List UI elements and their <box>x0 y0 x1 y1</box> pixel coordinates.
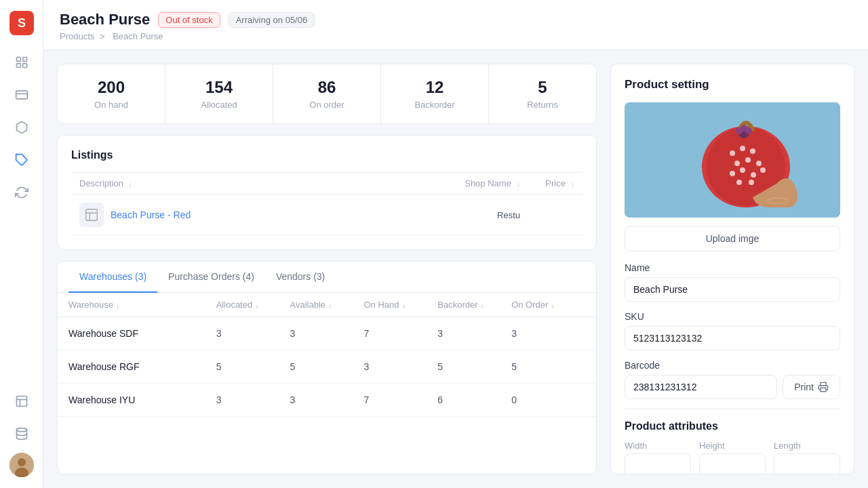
sidebar-icon-sync[interactable] <box>8 179 35 206</box>
svg-point-23 <box>734 161 740 166</box>
sku-field-input[interactable] <box>625 326 840 350</box>
warehouse-table: Warehouse ↓ Allocated ↓ Available ↓ On <box>58 293 596 474</box>
stat-on-order-value: 86 <box>284 78 370 97</box>
shop-sort-icon[interactable]: ↓ <box>517 180 521 188</box>
attr-width-label: Width <box>625 441 691 451</box>
sidebar-icon-finance[interactable] <box>8 81 35 108</box>
wh-onorder-sort-icon[interactable]: ↓ <box>551 301 555 309</box>
content-area: 200 On hand 154 Allocated 86 On order 12… <box>43 50 868 488</box>
wh-col-warehouse[interactable]: Warehouse ↓ <box>68 300 216 310</box>
svg-point-20 <box>730 150 735 156</box>
stat-on-hand-label: On hand <box>68 100 154 110</box>
wh-rgf-allocated: 5 <box>216 361 290 372</box>
svg-rect-5 <box>22 64 26 68</box>
listing-row: Beach Purse - Red Restu <box>71 195 583 236</box>
attr-width-input[interactable] <box>625 453 691 474</box>
listing-name[interactable]: Beach Purse - Red <box>111 209 418 220</box>
tab-purchase-orders[interactable]: Purchase Orders (4) <box>157 262 265 293</box>
price-sort-icon[interactable]: ↓ <box>571 180 575 188</box>
stat-on-order: 86 On order <box>273 64 381 123</box>
sku-field-label: SKU <box>625 311 840 322</box>
wh-backorder-sort-icon[interactable]: ↓ <box>481 301 485 309</box>
wh-name-rgf: Warehouse RGF <box>68 361 216 372</box>
wh-sdf-backorder: 3 <box>437 328 511 339</box>
out-of-stock-badge: Out of stock <box>158 12 220 28</box>
page-title: Beach Purse <box>60 11 150 28</box>
attr-width: Width <box>625 441 691 474</box>
svg-point-26 <box>730 171 735 176</box>
attr-height-input[interactable] <box>699 453 766 474</box>
stat-on-hand-value: 200 <box>68 78 154 97</box>
sidebar-icon-database[interactable] <box>8 420 35 447</box>
wh-allocated-sort-icon[interactable]: ↓ <box>255 301 259 309</box>
barcode-row: Print <box>625 375 840 399</box>
breadcrumb-parent[interactable]: Products <box>60 31 94 41</box>
wh-iyu-on-hand: 7 <box>363 394 437 405</box>
wh-iyu-allocated: 3 <box>216 394 290 405</box>
stat-returns-label: Returns <box>500 100 585 110</box>
attr-length-input[interactable] <box>774 453 840 474</box>
svg-rect-16 <box>86 209 98 221</box>
wh-col-allocated[interactable]: Allocated ↓ <box>216 300 290 310</box>
wh-onhand-sort-icon[interactable]: ↓ <box>401 301 406 309</box>
svg-point-14 <box>18 458 26 466</box>
sidebar: S <box>0 0 43 488</box>
wh-sdf-allocated: 3 <box>216 328 290 339</box>
upload-image-button[interactable]: Upload imge <box>625 226 840 251</box>
product-attributes-title: Product attributes <box>625 420 840 432</box>
svg-point-12 <box>16 428 26 432</box>
name-field-input[interactable] <box>625 277 840 302</box>
tab-vendors[interactable]: Vendors (3) <box>265 262 336 293</box>
tab-warehouses[interactable]: Warehouses (3) <box>68 262 157 293</box>
barcode-field-input[interactable] <box>625 375 777 399</box>
wh-col-backorder[interactable]: Backorder ↓ <box>437 300 511 310</box>
left-panel: 200 On hand 154 Allocated 86 On order 12… <box>57 64 597 474</box>
divider <box>625 409 840 409</box>
wh-col-on-order[interactable]: On Order ↓ <box>511 300 585 310</box>
svg-point-24 <box>745 157 751 163</box>
user-avatar[interactable] <box>9 453 34 477</box>
attr-length: Length <box>774 441 840 474</box>
wh-iyu-backorder: 6 <box>437 394 511 405</box>
wh-rgf-on-order: 5 <box>511 361 585 372</box>
svg-point-25 <box>756 161 762 166</box>
svg-point-27 <box>740 167 745 173</box>
wh-available-sort-icon[interactable]: ↓ <box>328 301 332 309</box>
svg-point-21 <box>740 146 745 151</box>
sidebar-icon-tags[interactable] <box>8 146 35 174</box>
stat-allocated-value: 154 <box>176 78 262 97</box>
attr-height: Height <box>699 441 766 474</box>
wh-sdf-on-hand: 7 <box>363 328 437 339</box>
app-logo[interactable]: S <box>9 11 34 35</box>
listings-table-header: Description ↓ Shop Name ↓ Price ↓ <box>71 172 583 195</box>
sidebar-icon-products[interactable] <box>8 114 35 141</box>
print-button[interactable]: Print <box>783 375 840 399</box>
warehouse-row-rgf: Warehouse RGF 5 5 3 5 5 <box>58 350 596 384</box>
svg-rect-3 <box>22 58 26 62</box>
wh-col-on-hand[interactable]: On Hand ↓ <box>363 300 437 310</box>
stat-allocated: 154 Allocated <box>165 64 273 123</box>
wh-iyu-available: 3 <box>290 394 364 405</box>
wh-col-available[interactable]: Available ↓ <box>290 300 364 310</box>
svg-point-35 <box>736 127 743 134</box>
wh-sdf-on-order: 3 <box>511 328 585 339</box>
description-sort-icon[interactable]: ↓ <box>129 180 133 188</box>
svg-point-31 <box>749 180 754 185</box>
stat-backorder: 12 Backorder <box>381 64 489 123</box>
sidebar-icon-dashboard[interactable] <box>8 49 35 76</box>
warehouse-row-sdf: Warehouse SDF 3 3 7 3 3 <box>58 317 596 350</box>
arriving-badge: Arraiving on 05/06 <box>229 12 315 28</box>
stat-returns: 5 Returns <box>489 64 596 123</box>
barcode-field-label: Barcode <box>625 360 840 371</box>
svg-point-30 <box>736 180 742 185</box>
attr-height-label: Height <box>699 441 766 451</box>
listing-shop: Restu <box>418 210 520 220</box>
svg-point-36 <box>745 127 752 134</box>
sidebar-icon-layout[interactable] <box>8 388 35 415</box>
warehouse-row-iyu: Warehouse IYU 3 3 7 6 0 <box>58 384 596 417</box>
stat-backorder-label: Backorder <box>392 100 477 110</box>
product-image <box>625 102 840 218</box>
svg-rect-37 <box>821 388 826 391</box>
attributes-row: Width Height Length <box>625 441 840 474</box>
wh-warehouse-sort-icon[interactable]: ↓ <box>116 301 120 309</box>
